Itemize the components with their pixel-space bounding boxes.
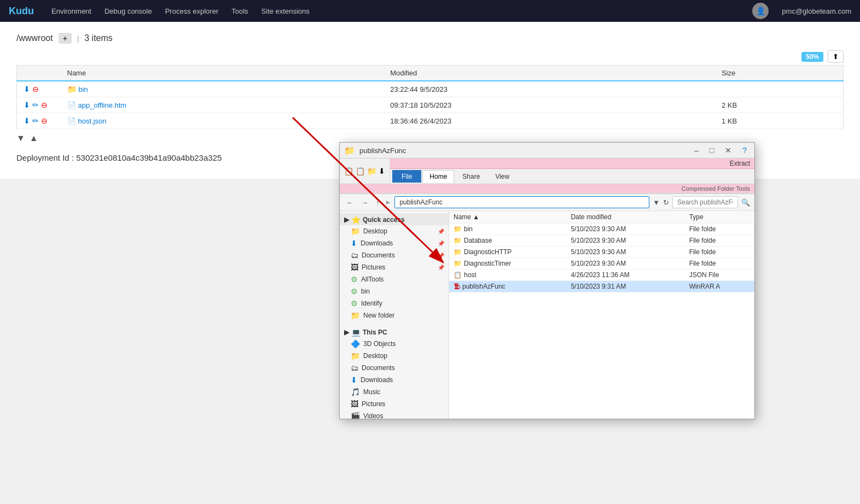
action-icons: ⬇ ✏ ⊖ (24, 116, 54, 125)
add-button[interactable]: + (59, 33, 72, 44)
nav-tools[interactable]: Tools (231, 7, 248, 15)
tab-home[interactable]: Home (422, 170, 454, 179)
explorer-titlebar: 📁 publishAzFunc – □ ✕ ? (340, 143, 754, 159)
user-avatar: 👤 (752, 3, 769, 19)
size-cell: 2 KB (715, 97, 844, 113)
col-actions (17, 66, 61, 81)
explorer-title: publishAzFunc (359, 146, 687, 155)
toolbar-icon-4: ⬇ (379, 167, 385, 175)
edit-icon[interactable]: ✏ (32, 101, 39, 109)
expand-button[interactable]: ▲ (30, 133, 38, 143)
toolbar-row: 50% ⬆ (16, 50, 844, 63)
file-table: Name Modified Size ⬇ ⊖ 📁bin 23:22:44 9/5… (16, 65, 844, 129)
nav-process-explorer[interactable]: Process explorer (165, 7, 219, 15)
brand-logo[interactable]: Kudu (9, 5, 34, 17)
folder-title-icon: 📁 (344, 145, 355, 156)
size-cell: 1 KB (715, 113, 844, 129)
folder-icon: 📁 (67, 85, 77, 93)
minimize-button[interactable]: – (691, 145, 702, 156)
tab-view[interactable]: View (488, 170, 516, 179)
top-navigation: Kudu Environment Debug console Process e… (0, 0, 860, 22)
toolbar-icon-1: 📋 (344, 167, 353, 175)
path-bar: /wwwroot + | 3 items (16, 33, 844, 44)
download-icon[interactable]: ⬇ (24, 116, 30, 125)
size-cell (715, 81, 844, 97)
file-link[interactable]: bin (79, 85, 88, 93)
upload-button[interactable]: ⬆ (828, 50, 844, 63)
nav-environment[interactable]: Environment (51, 7, 91, 15)
progress-badge: 50% (801, 52, 823, 62)
action-icons: ⬇ ✏ ⊖ (24, 101, 54, 109)
items-count: 3 items (84, 33, 113, 43)
table-row: ⬇ ✏ ⊖ 📄app_offline.htm 09:37:18 10/5/202… (17, 97, 844, 113)
close-button[interactable]: ✕ (722, 145, 735, 156)
file-icon: 📄 (67, 117, 76, 125)
modified-cell: 23:22:44 9/5/2023 (383, 81, 715, 97)
download-icon[interactable]: ⬇ (24, 101, 30, 109)
delete-icon[interactable]: ⊖ (41, 116, 48, 125)
explorer-window: 📁 publishAzFunc – □ ✕ ? 📋 📋 📁 ⬇ Extract … (339, 142, 755, 179)
path-divider: | (77, 34, 79, 43)
table-row: ⬇ ⊖ 📁bin 23:22:44 9/5/2023 (17, 81, 844, 97)
file-link[interactable]: app_offline.htm (78, 101, 127, 109)
user-email: pmc@globeteam.com (782, 7, 851, 15)
col-name[interactable]: Name (61, 66, 384, 81)
col-size[interactable]: Size (715, 66, 844, 81)
toolbar-icon-3: 📁 (367, 167, 376, 175)
nav-site-extensions[interactable]: Site extensions (262, 7, 310, 15)
file-link[interactable]: host.json (78, 117, 107, 125)
ribbon: 📋 📋 📁 ⬇ Extract File Home Share View Com… (340, 159, 754, 179)
path-title: /wwwroot (16, 33, 53, 43)
tab-share[interactable]: Share (455, 170, 487, 179)
delete-icon[interactable]: ⊖ (32, 85, 39, 93)
modified-cell: 09:37:18 10/5/2023 (383, 97, 715, 113)
extract-label: Extract (730, 160, 750, 167)
toolbar-icon-2: 📋 (356, 167, 365, 175)
download-icon[interactable]: ⬇ (24, 85, 30, 93)
maximize-button[interactable]: □ (706, 145, 717, 156)
tab-file[interactable]: File (392, 170, 421, 179)
nav-debug-console[interactable]: Debug console (104, 7, 152, 15)
file-icon: 📄 (67, 101, 76, 109)
col-modified[interactable]: Modified (383, 66, 715, 81)
action-icons: ⬇ ⊖ (24, 85, 54, 93)
modified-cell: 18:36:46 26/4/2023 (383, 113, 715, 129)
table-row: ⬇ ✏ ⊖ 📄host.json 18:36:46 26/4/2023 1 KB (17, 113, 844, 129)
help-button[interactable]: ? (739, 145, 750, 156)
edit-icon[interactable]: ✏ (32, 116, 39, 125)
delete-icon[interactable]: ⊖ (41, 101, 48, 109)
collapse-button[interactable]: ▼ (16, 133, 25, 143)
